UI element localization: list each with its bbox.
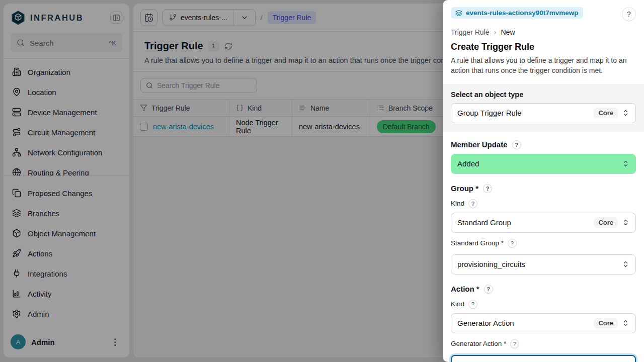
- field-sublabel: Kind: [451, 300, 464, 308]
- standard-group-select[interactable]: provisioning_circuits: [451, 254, 636, 275]
- drawer-form: Member Update ? Added Group * ? Kind ? S…: [443, 132, 644, 362]
- help-icon[interactable]: ?: [468, 300, 477, 309]
- drawer-description: A rule that allows you to define a trigg…: [451, 55, 636, 76]
- drawer-breadcrumb: Trigger Rule › New: [451, 28, 636, 36]
- field-label: Group *: [451, 184, 478, 193]
- help-icon[interactable]: ?: [510, 339, 519, 348]
- core-badge: Core: [594, 108, 618, 118]
- member-update-value: Added: [457, 159, 618, 168]
- field-sublabel: Generator Action *: [451, 340, 506, 347]
- field-label: Action *: [451, 285, 479, 293]
- help-icon[interactable]: ?: [484, 285, 493, 294]
- field-sublabel: Standard Group *: [451, 239, 504, 247]
- chevrons-up-down-icon: [622, 260, 629, 268]
- standard-group-value: provisioning_circuits: [457, 260, 618, 268]
- object-type-select[interactable]: Group Trigger Rule Core: [451, 103, 636, 123]
- action-kind-select[interactable]: Generator Action Core: [451, 313, 636, 333]
- group-kind-select[interactable]: Standard Group Core: [451, 213, 636, 233]
- chevrons-up-down-icon: [622, 319, 629, 327]
- breadcrumb-current: New: [501, 28, 515, 36]
- breadcrumb-parent[interactable]: Trigger Rule: [451, 28, 490, 36]
- chevrons-up-down-icon: [622, 219, 629, 226]
- field-label: Member Update: [451, 140, 508, 149]
- create-trigger-rule-drawer: events-rules-actionsy90t7mvmewp ? Trigge…: [443, 0, 644, 362]
- help-icon[interactable]: ?: [468, 199, 477, 208]
- action-kind-value: Generator Action: [457, 319, 590, 327]
- object-type-value: Group Trigger Rule: [457, 109, 590, 117]
- layers-icon: [455, 10, 462, 17]
- drawer-title: Create Trigger Rule: [451, 42, 636, 52]
- chevrons-up-down-icon: [622, 160, 629, 167]
- drawer-header: events-rules-actionsy90t7mvmewp ? Trigge…: [443, 0, 644, 84]
- branch-badge-label: events-rules-actionsy90t7mvmewp: [466, 9, 579, 17]
- help-icon[interactable]: ?: [508, 239, 517, 248]
- object-type-label: Select an object type: [451, 90, 636, 99]
- generator-action-select[interactable]: create_circuit_endpoints: [451, 355, 636, 362]
- core-badge: Core: [594, 318, 618, 328]
- field-group: Group * ? Kind ? Standard Group Core Sta…: [451, 184, 636, 275]
- field-member-update: Member Update ? Added: [451, 140, 636, 174]
- member-update-select[interactable]: Added: [451, 154, 636, 174]
- chevrons-up-down-icon: [622, 109, 629, 117]
- help-icon[interactable]: ?: [483, 184, 492, 193]
- branch-badge[interactable]: events-rules-actionsy90t7mvmewp: [451, 7, 583, 19]
- help-icon[interactable]: ?: [512, 140, 521, 149]
- object-type-section: Select an object type Group Trigger Rule…: [443, 84, 644, 132]
- field-action: Action * ? Kind ? Generator Action Core …: [451, 285, 636, 362]
- core-badge: Core: [594, 217, 618, 228]
- group-kind-value: Standard Group: [457, 218, 590, 227]
- field-sublabel: Kind: [451, 200, 464, 207]
- chevron-right-icon: ›: [494, 28, 497, 36]
- help-button[interactable]: ?: [622, 7, 636, 21]
